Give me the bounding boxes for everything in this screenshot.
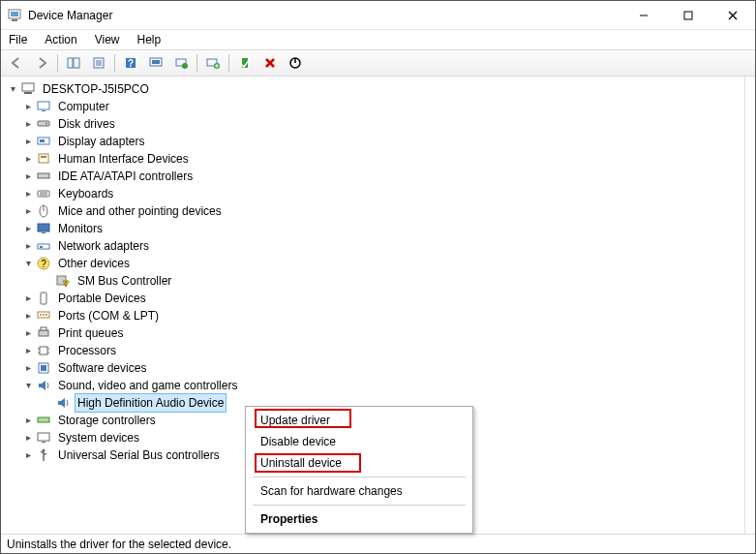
software-icon — [36, 360, 51, 376]
tree-item[interactable]: ▸ Monitors — [7, 220, 753, 237]
svg-rect-26 — [24, 92, 32, 94]
minimize-button[interactable] — [621, 1, 666, 30]
toolbar-icon[interactable] — [144, 51, 167, 75]
mouse-icon — [36, 203, 51, 219]
svg-rect-32 — [40, 139, 45, 142]
tree-item[interactable]: ▸ Ports (COM & LPT) — [7, 307, 753, 324]
chevron-right-icon[interactable]: ▸ — [22, 101, 34, 112]
ctx-disable-device[interactable]: Disable device — [249, 431, 469, 452]
chevron-right-icon[interactable]: ▸ — [22, 449, 34, 461]
tree-root-label: DESKTOP-J5I5PCO — [40, 79, 152, 99]
tree-item[interactable]: ▸ Software devices — [7, 359, 753, 377]
tree-item-label: Processors — [55, 341, 119, 360]
chevron-right-icon[interactable]: ▸ — [22, 362, 34, 374]
tree-item[interactable]: ▸ Network adapters — [7, 237, 753, 255]
system-icon — [36, 430, 51, 446]
toolbar-separator — [57, 54, 58, 72]
window-title: Device Manager — [28, 9, 112, 22]
chevron-right-icon[interactable]: ▸ — [22, 153, 34, 165]
chevron-down-icon[interactable]: ▾ — [22, 380, 34, 391]
ctx-uninstall-device[interactable]: Uninstall device — [249, 452, 469, 474]
menu-action[interactable]: Action — [43, 32, 78, 47]
tree-item[interactable]: ▸ Keyboards — [7, 185, 753, 202]
tree-item-label: Software devices — [55, 358, 149, 378]
tree-item-sound[interactable]: ▾ Sound, video and game controllers — [7, 377, 753, 394]
svg-rect-29 — [38, 121, 49, 126]
chevron-right-icon[interactable]: ▸ — [22, 415, 34, 426]
update-driver-button[interactable] — [201, 51, 225, 75]
tree-item[interactable]: ▸ IDE ATA/ATAPI controllers — [7, 168, 753, 185]
chevron-right-icon[interactable]: ▸ — [22, 223, 34, 234]
svg-point-53 — [45, 314, 47, 316]
chevron-right-icon[interactable]: ▸ — [22, 205, 34, 217]
forward-button[interactable] — [30, 51, 53, 75]
tree-item[interactable]: ▸ Disk drives — [7, 115, 753, 133]
chevron-right-icon[interactable]: ▸ — [22, 188, 34, 200]
chevron-down-icon[interactable]: ▾ — [7, 83, 18, 95]
tree-item-label: Monitors — [55, 219, 106, 238]
tree-item-label: Ports (COM & LPT) — [55, 306, 162, 325]
menu-view[interactable]: View — [93, 32, 122, 47]
ctx-properties[interactable]: Properties — [249, 508, 469, 530]
speaker-icon — [36, 378, 51, 393]
help-button[interactable]: ? — [119, 51, 142, 75]
chevron-right-icon[interactable]: ▸ — [22, 118, 34, 130]
chevron-right-icon[interactable]: ▸ — [22, 170, 34, 182]
chevron-right-icon[interactable]: ▸ — [22, 292, 34, 304]
status-text: Uninstalls the driver for the selected d… — [7, 538, 231, 551]
tree-item-label: Keyboards — [55, 184, 116, 203]
svg-rect-35 — [38, 173, 49, 178]
svg-rect-44 — [40, 246, 43, 248]
enable-device-button[interactable] — [233, 51, 257, 75]
tree-item-label: Disk drives — [55, 114, 118, 134]
tree-item[interactable]: ▸ Processors — [7, 342, 753, 359]
monitor-icon — [36, 221, 51, 236]
tree-item[interactable]: ▸ Print queues — [7, 324, 753, 342]
chevron-right-icon[interactable]: ▸ — [22, 240, 34, 252]
menu-help[interactable]: Help — [136, 32, 164, 47]
toolbar-separator — [114, 54, 115, 72]
toolbar: ? — [1, 49, 755, 77]
close-button[interactable] — [711, 1, 755, 30]
tree-item-label: Mice and other pointing devices — [55, 201, 225, 221]
svg-point-18 — [182, 63, 188, 69]
tree-item[interactable]: ▸ Portable Devices — [7, 290, 753, 307]
back-button[interactable] — [5, 51, 28, 75]
chevron-right-icon[interactable]: ▸ — [22, 327, 34, 339]
tree-item-label: Human Interface Devices — [55, 149, 192, 169]
tree-item-label: SM Bus Controller — [75, 271, 174, 291]
toolbar-separator — [228, 54, 229, 72]
tree-item-smbus[interactable]: ▸ ! SM Bus Controller — [7, 272, 753, 290]
menu-file[interactable]: File — [7, 32, 29, 47]
scan-hardware-button[interactable] — [169, 51, 193, 75]
hid-icon — [36, 151, 51, 167]
tree-item[interactable]: ▸ Display adapters — [7, 133, 753, 150]
tree-item[interactable]: ▸ Computer — [7, 98, 753, 115]
chevron-right-icon[interactable]: ▸ — [22, 310, 34, 322]
tree-item[interactable]: ▸ Mice and other pointing devices — [7, 202, 753, 220]
properties-button[interactable] — [87, 51, 110, 75]
tree-item-label: Display adapters — [55, 132, 147, 151]
ctx-update-driver[interactable]: Update driver — [249, 410, 469, 431]
maximize-button[interactable] — [666, 1, 711, 30]
uninstall-device-button[interactable] — [258, 51, 282, 75]
printer-icon — [36, 325, 51, 341]
chevron-right-icon[interactable]: ▸ — [22, 432, 34, 444]
disk-icon — [36, 116, 51, 132]
svg-rect-1 — [11, 12, 18, 16]
tree-root[interactable]: ▾ DESKTOP-J5I5PCO — [7, 80, 753, 98]
chevron-right-icon[interactable]: ▸ — [22, 136, 34, 147]
chevron-right-icon[interactable]: ▸ — [22, 345, 34, 356]
tree-item-label: System devices — [55, 428, 142, 447]
svg-rect-64 — [38, 433, 49, 441]
network-icon — [36, 238, 51, 254]
show-hide-tree-button[interactable] — [62, 51, 85, 75]
chevron-down-icon[interactable]: ▾ — [22, 258, 34, 269]
tree-item-other-devices[interactable]: ▾ ? Other devices — [7, 255, 753, 272]
disable-device-button[interactable] — [284, 51, 307, 75]
svg-rect-34 — [41, 156, 46, 158]
svg-rect-56 — [40, 347, 47, 354]
ctx-scan-hardware[interactable]: Scan for hardware changes — [249, 480, 469, 502]
tree-item[interactable]: ▸ Human Interface Devices — [7, 150, 753, 168]
svg-rect-54 — [39, 330, 48, 336]
